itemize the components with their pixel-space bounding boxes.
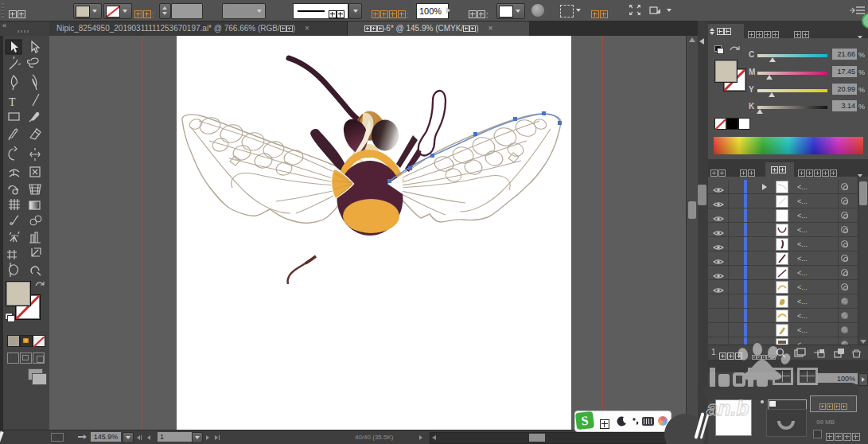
svg-text:T: T xyxy=(9,96,16,108)
